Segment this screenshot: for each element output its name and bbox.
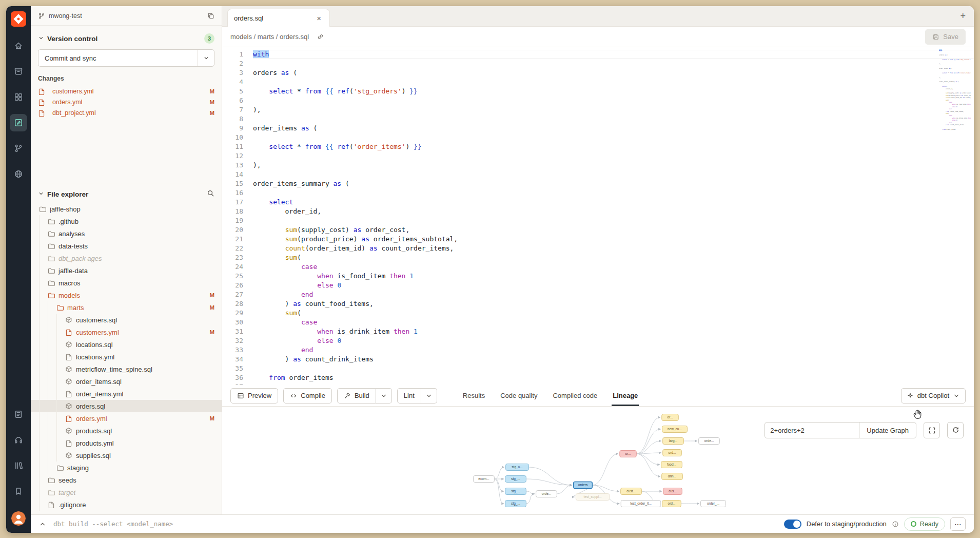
tab-lineage[interactable]: Lineage xyxy=(613,385,638,406)
search-icon[interactable] xyxy=(207,189,214,199)
preview-button[interactable]: Preview xyxy=(230,388,278,404)
lineage-node-or[interactable]: or... xyxy=(662,414,679,421)
tree-item-locations.sql[interactable]: locations.sql xyxy=(31,338,222,351)
rail-item-globe[interactable] xyxy=(10,165,27,183)
tree-item-label: orders.yml xyxy=(76,415,107,422)
tree-item-label: customers.sql xyxy=(76,316,117,324)
build-button[interactable]: Build xyxy=(337,388,376,404)
lineage-node-cust[interactable]: cust... xyxy=(621,488,642,495)
lineage-node-test_order_it[interactable]: test_order_it... xyxy=(621,501,661,507)
lineage-node-stg_[interactable]: stg_... xyxy=(505,488,526,495)
lineage-node-orders[interactable]: orders xyxy=(574,482,593,489)
tree-item-orders.sql[interactable]: orders.sql xyxy=(31,400,222,412)
lineage-node-ord[interactable]: ord... xyxy=(662,501,681,507)
dbt-copilot-button[interactable]: dbt Copilot xyxy=(901,388,966,404)
rail-item-archive[interactable] xyxy=(10,63,27,80)
changed-file-orders.yml[interactable]: orders.ymlM xyxy=(38,97,214,107)
lineage-node-stg_[interactable]: stg_... xyxy=(505,476,526,483)
lineage-node-cus[interactable]: cus... xyxy=(663,488,682,495)
commit-and-sync-button[interactable]: Commit and sync xyxy=(38,49,214,67)
tree-item-order_items.sql[interactable]: order_items.sql xyxy=(31,375,222,388)
tree-item-jaffle-data[interactable]: jaffle-data xyxy=(31,264,222,277)
rail-item-bookmark[interactable] xyxy=(10,483,27,500)
more-options-button[interactable]: ⋯ xyxy=(950,517,966,531)
lineage-selector-input[interactable] xyxy=(765,422,859,438)
tree-item-metricflow_time_spine.sql[interactable]: metricflow_time_spine.sql xyxy=(31,363,222,375)
commit-options-chevron[interactable] xyxy=(198,50,214,66)
code-lines[interactable]: withorders as ( select * from {{ ref('st… xyxy=(246,47,974,385)
tree-item-target[interactable]: target xyxy=(31,486,222,498)
tree-item-dbt_pack ages[interactable]: dbt_pack ages xyxy=(31,252,222,264)
lineage-node-orde[interactable]: orde... xyxy=(536,491,557,497)
open-docs-icon[interactable] xyxy=(314,31,326,43)
expand-console-button[interactable] xyxy=(39,521,46,528)
tree-item-supplies.sql[interactable]: supplies.sql xyxy=(31,449,222,462)
tree-item-order_items.yml[interactable]: order_items.yml xyxy=(31,388,222,400)
tree-item-.gitignore[interactable]: .gitignore xyxy=(31,498,222,511)
lint-options-chevron[interactable] xyxy=(421,388,437,404)
lineage-node-test_suppl[interactable]: test_suppl... xyxy=(576,494,609,501)
tree-item-data-tests[interactable]: data-tests xyxy=(31,240,222,252)
tree-item-macros[interactable]: macros xyxy=(31,277,222,289)
minimap[interactable]: withorders as ( select * from {{ ref('st… xyxy=(939,49,971,132)
lineage-node-ecom[interactable]: ecom... xyxy=(474,476,495,483)
save-button[interactable]: Save xyxy=(925,29,966,45)
fullscreen-button[interactable] xyxy=(924,422,940,438)
defer-toggle[interactable] xyxy=(784,520,801,529)
tree-item-label: order_items.yml xyxy=(76,390,123,398)
lint-button[interactable]: Lint xyxy=(397,388,421,404)
lineage-node-food[interactable]: food... xyxy=(661,462,682,468)
tree-item-jaffle-shop[interactable]: jaffle-shop xyxy=(31,203,222,215)
lineage-node-ord[interactable]: ord... xyxy=(663,450,682,456)
tree-item-models[interactable]: modelsM xyxy=(31,289,222,301)
tab-orders-sql[interactable]: orders.sql × xyxy=(227,9,330,27)
rail-item-library[interactable] xyxy=(10,457,27,474)
rail-item-code-editor[interactable] xyxy=(10,114,27,131)
lineage-node-stg_[interactable]: stg_... xyxy=(505,501,526,507)
user-avatar[interactable] xyxy=(11,511,26,526)
lineage-node-new_cu[interactable]: new_cu... xyxy=(662,426,688,433)
version-control-header[interactable]: Version control 3 xyxy=(38,32,214,45)
tree-item-marts[interactable]: martsM xyxy=(31,301,222,314)
tab-code-quality[interactable]: Code quality xyxy=(500,385,537,406)
command-input[interactable]: dbt build --select <model_name> xyxy=(53,520,173,528)
tree-item-orders.yml[interactable]: orders.ymlM xyxy=(31,412,222,425)
lineage-node-orde[interactable]: orde... xyxy=(699,438,720,445)
lineage-node-drin[interactable]: drin... xyxy=(662,473,683,480)
file-explorer-header[interactable]: File explorer xyxy=(31,187,222,201)
update-graph-button[interactable]: Update Graph xyxy=(859,422,916,438)
tree-item-customers.yml[interactable]: customers.ymlM xyxy=(31,326,222,338)
breadcrumb[interactable]: models / marts / orders.sql xyxy=(230,33,309,41)
lineage-node-larg[interactable]: larg... xyxy=(663,438,684,445)
tab-results[interactable]: Results xyxy=(463,385,485,406)
tree-item-analyses[interactable]: analyses xyxy=(31,227,222,240)
lineage-node-stg_o[interactable]: stg_o... xyxy=(506,464,529,471)
tree-item-locations.yml[interactable]: locations.yml xyxy=(31,351,222,363)
info-icon[interactable] xyxy=(892,521,899,528)
lineage-node-order_[interactable]: order_... xyxy=(701,501,726,507)
lineage-node-or[interactable]: or... xyxy=(620,451,637,457)
close-tab-icon[interactable]: × xyxy=(315,13,323,23)
dbt-logo[interactable] xyxy=(11,11,26,27)
changed-file-customers.yml[interactable]: customers.ymlM xyxy=(38,86,214,97)
branch-selector[interactable]: mwong-test xyxy=(38,12,82,20)
rail-item-notebook[interactable] xyxy=(10,406,27,423)
new-tab-button[interactable]: + xyxy=(960,11,966,21)
tree-item-products.sql[interactable]: products.sql xyxy=(31,425,222,437)
copy-icon[interactable] xyxy=(207,12,214,20)
tree-item-customers.sql[interactable]: customers.sql xyxy=(31,314,222,326)
tree-item-seeds[interactable]: seeds xyxy=(31,474,222,486)
rail-item-git-branch[interactable] xyxy=(10,140,27,157)
tab-compiled-code[interactable]: Compiled code xyxy=(553,385,597,406)
tree-item-.github[interactable]: .github xyxy=(31,215,222,227)
tree-item-products.yml[interactable]: products.yml xyxy=(31,437,222,449)
build-options-chevron[interactable] xyxy=(376,388,392,404)
changed-file-dbt_project.yml[interactable]: dbt_project.ymlM xyxy=(38,107,214,118)
rail-item-headset[interactable] xyxy=(10,431,27,449)
refresh-button[interactable] xyxy=(947,422,964,438)
rail-item-grid[interactable] xyxy=(10,88,27,106)
rail-item-home[interactable] xyxy=(10,37,27,54)
code-editor[interactable]: 1234567891011121314151617181920212223242… xyxy=(222,47,974,385)
compile-button[interactable]: Compile xyxy=(283,388,332,404)
tree-item-staging[interactable]: staging xyxy=(31,462,222,474)
